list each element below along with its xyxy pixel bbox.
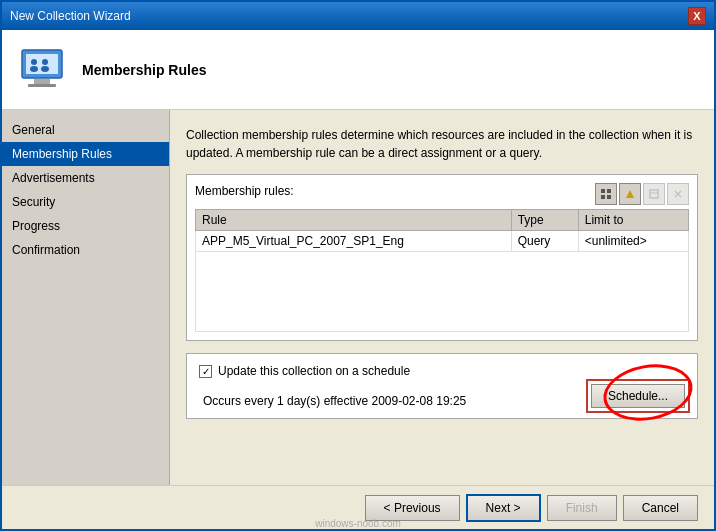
svg-point-4 [31,59,37,65]
cell-rule: APP_M5_Virtual_PC_2007_SP1_Eng [196,231,512,252]
main-content: General Membership Rules Advertisements … [2,110,714,485]
title-bar-left: New Collection Wizard [10,9,131,23]
previous-button[interactable]: < Previous [365,495,460,521]
svg-point-7 [41,66,49,72]
sidebar-item-general[interactable]: General [2,118,169,142]
sidebar-item-advertisements[interactable]: Advertisements [2,166,169,190]
sidebar-item-security[interactable]: Security [2,190,169,214]
wizard-window: New Collection Wizard X Membership Rules… [0,0,716,531]
toolbar-buttons [595,183,689,205]
header-title: Membership Rules [82,62,206,78]
content-area: Collection membership rules determine wh… [170,110,714,485]
col-limit: Limit to [578,210,688,231]
svg-point-6 [42,59,48,65]
window-title: New Collection Wizard [10,9,131,23]
membership-rules-label: Membership rules: [195,184,294,198]
schedule-header: Update this collection on a schedule [199,364,685,378]
sidebar: General Membership Rules Advertisements … [2,110,170,485]
next-button[interactable]: Next > [466,494,541,522]
delete-toolbar-btn[interactable] [667,183,689,205]
toolbar-row: Membership rules: [195,183,689,205]
svg-rect-3 [28,84,56,87]
close-button[interactable]: X [688,7,706,25]
svg-rect-13 [650,190,658,198]
col-rule: Rule [196,210,512,231]
svg-rect-11 [607,195,611,199]
svg-rect-10 [601,195,605,199]
edit-toolbar-btn[interactable] [643,183,665,205]
sidebar-item-confirmation[interactable]: Confirmation [2,238,169,262]
table-row: APP_M5_Virtual_PC_2007_SP1_Eng Query <un… [196,231,689,252]
watermark: windows-noob.com [315,518,401,529]
description-text: Collection membership rules determine wh… [186,126,698,162]
add-toolbar-btn[interactable] [619,183,641,205]
svg-point-5 [30,66,38,72]
schedule-section: Update this collection on a schedule Occ… [186,353,698,419]
membership-rules-section: Membership rules: [186,174,698,341]
empty-row [196,252,689,332]
schedule-body: Occurs every 1 day(s) effective 2009-02-… [199,384,685,408]
schedule-text: Occurs every 1 day(s) effective 2009-02-… [203,394,466,408]
schedule-label: Update this collection on a schedule [218,364,410,378]
svg-rect-2 [34,79,50,84]
cell-type: Query [511,231,578,252]
sidebar-item-membership-rules[interactable]: Membership Rules [2,142,169,166]
col-type: Type [511,210,578,231]
svg-marker-12 [626,190,634,198]
svg-rect-1 [26,54,58,74]
finish-button[interactable]: Finish [547,495,617,521]
svg-rect-8 [601,189,605,193]
header-icon [18,46,66,94]
wizard-header: Membership Rules [2,30,714,110]
schedule-button[interactable]: Schedule... [591,384,685,408]
cell-limit: <unlimited> [578,231,688,252]
schedule-btn-wrapper: Schedule... [591,384,685,408]
svg-rect-9 [607,189,611,193]
grid-toolbar-btn[interactable] [595,183,617,205]
rules-table: Rule Type Limit to APP_M5_Virtual_PC_200… [195,209,689,332]
schedule-checkbox[interactable] [199,365,212,378]
cancel-button[interactable]: Cancel [623,495,698,521]
title-bar: New Collection Wizard X [2,2,714,30]
sidebar-item-progress[interactable]: Progress [2,214,169,238]
